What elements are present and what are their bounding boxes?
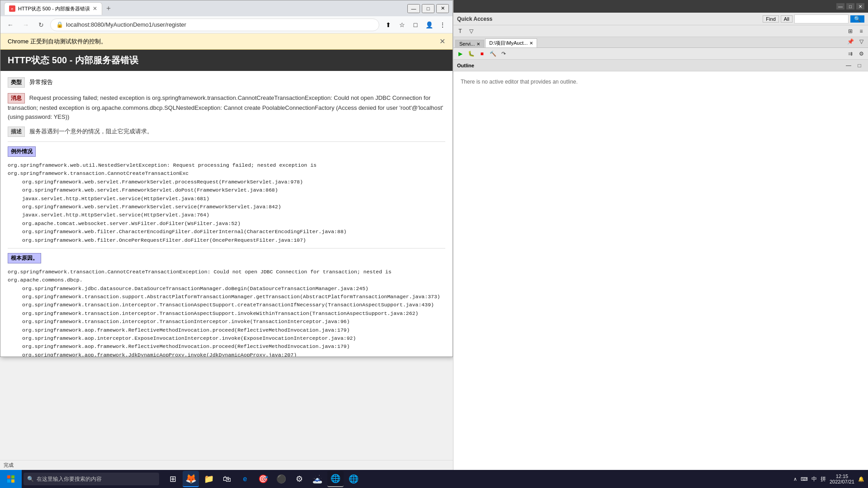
outline-area: Outline — □ There is no active editor th… (453, 60, 868, 470)
browser-content[interactable]: HTTP状态 500 - 内部服务器错误 类型 异常报告 消息 Request … (0, 50, 453, 357)
ide-tab-pin-btn[interactable]: 📌 (845, 37, 855, 47)
ide-close-button[interactable]: ✕ (856, 3, 864, 9)
tab-close-button[interactable]: ✕ (93, 5, 97, 12)
taskview-button[interactable]: ⊞ (165, 471, 181, 487)
ide-step-btn[interactable]: ↷ (499, 49, 509, 59)
outline-collapse-btn[interactable]: — (844, 61, 854, 70)
tray-time: 12:15 (836, 474, 849, 479)
settings-icon[interactable]: ⚙ (291, 471, 307, 487)
browser-status-bar: 完成 (0, 460, 453, 470)
ide-tab-2[interactable]: D:\项目\MyAuct... ✕ (485, 38, 537, 47)
ide-tab-1-close[interactable]: ✕ (476, 42, 480, 47)
ide-toolbar-right: ⊞ ≡ (845, 26, 866, 36)
find-button[interactable]: Find (763, 15, 778, 23)
share-icon[interactable]: ⬆ (382, 19, 395, 31)
ide-build-btn[interactable]: 🔨 (488, 49, 498, 59)
root-label: 根本原因。 (8, 253, 41, 263)
taskbar-app-icons: ⊞ 🦊 📁 🛍 e 🎯 ⚫ ⚙ 🗻 🌐 🌐 (165, 471, 362, 487)
svg-rect-0 (7, 475, 10, 479)
ide-tab-2-close[interactable]: ✕ (529, 41, 533, 46)
ide-run-btn[interactable]: ▶ (455, 49, 465, 59)
msg-label: 消息 (8, 93, 25, 103)
file-explorer-icon[interactable]: 📁 (201, 471, 217, 487)
ide-tab-controls: 📌 ▽ (845, 37, 866, 47)
back-button[interactable]: ← (4, 19, 17, 31)
root-line-5: org.springframework.transaction.intercep… (8, 318, 445, 326)
maximize-button[interactable]: □ (422, 4, 434, 13)
ide-option-btn[interactable]: ≡ (856, 26, 866, 36)
ide-tb-btn-2[interactable]: ▽ (466, 26, 476, 36)
ide-debug-btn[interactable]: 🐛 (466, 49, 476, 59)
outline-content: There is no active editor that provides … (453, 71, 868, 470)
outline-expand-btn[interactable]: □ (854, 61, 864, 70)
root-line-6: org.springframework.aop.framework.Reflec… (8, 326, 445, 334)
ide-minimize-button[interactable]: — (836, 3, 844, 9)
chrome-icon-2[interactable]: 🌐 (327, 471, 344, 487)
forward-button[interactable]: → (19, 19, 32, 31)
taskbar-search[interactable]: 🔍 在这里输入你要搜索的内容 (24, 473, 159, 485)
tab-bar: e HTTP状态 500 - 内部服务器错误 ✕ ＋ (4, 0, 404, 16)
bookmark-icon[interactable]: ☆ (396, 19, 408, 31)
windows-logo-icon (7, 475, 15, 483)
root-line-9: org.springframework.aop.framework.JdkDyn… (8, 351, 445, 357)
window-controls: — □ ✕ (407, 4, 449, 13)
desc-value: 服务器遇到一个意外的情况，阻止它完成请求。 (29, 128, 153, 135)
browser-taskbar-icon[interactable]: 🦊 (183, 471, 199, 487)
chrome-icon[interactable]: ⚫ (273, 471, 289, 487)
ide-toolbar-buttons: T ▽ (455, 26, 476, 36)
account-icon[interactable]: 👤 (423, 19, 435, 31)
app-icon-2[interactable]: 🗻 (309, 471, 326, 487)
url-text: localhost:8080/MyAuctionDemo1/user/regis… (66, 21, 186, 28)
ide-tab-1-label: Servi... (459, 41, 475, 47)
stack-line-3: javax.servlet.http.HttpServlet.service(H… (8, 195, 445, 203)
root-section: 根本原因。 (0, 250, 453, 266)
search-go-button[interactable]: 🔍 (850, 15, 864, 23)
browser-tab[interactable]: e HTTP状态 500 - 内部服务器错误 ✕ (4, 2, 102, 15)
edge-icon[interactable]: e (237, 471, 253, 487)
stack-trace-1: org.springframework.web.util.NestedServl… (0, 160, 453, 246)
ide-settings-btn[interactable]: ⚙ (856, 49, 866, 59)
extension-icon[interactable]: □ (409, 19, 422, 31)
ide-titlebar: — □ ✕ (453, 0, 868, 13)
start-button[interactable] (0, 470, 22, 488)
notification-close-button[interactable]: ✕ (439, 37, 445, 46)
root-line-7: org.springframework.aop.interceptor.Expo… (8, 334, 445, 343)
ime-indicator[interactable]: 中 (811, 475, 817, 483)
root-line-8: org.springframework.aop.framework.Reflec… (8, 343, 445, 351)
store-icon[interactable]: 🛍 (219, 471, 235, 487)
root-line-0: org.springframework.transaction.CannotCr… (8, 268, 445, 285)
notification-icon[interactable]: 🔔 (858, 476, 864, 482)
address-bar[interactable]: 🔒 localhost:8080/MyAuctionDemo1/user/reg… (50, 19, 379, 31)
ide-tb-btn-1[interactable]: T (455, 26, 465, 36)
desc-section: 描述 服务器遇到一个意外的情况，阻止它完成请求。 (0, 124, 453, 140)
stack-line-0: org.springframework.web.util.NestedServl… (8, 161, 445, 178)
tray-up-arrow[interactable]: ∧ (793, 476, 797, 482)
minimize-button[interactable]: — (407, 4, 420, 13)
status-text: 完成 (4, 462, 14, 469)
svg-rect-2 (7, 479, 10, 483)
tray-clock[interactable]: 12:15 2022/07/21 (830, 474, 854, 484)
quick-access-label: Quick Access (457, 16, 492, 22)
ide-view-btn[interactable]: ⊞ (845, 26, 855, 36)
ide-nav-btn[interactable]: ⇉ (845, 49, 855, 59)
menu-icon[interactable]: ⋮ (436, 19, 449, 31)
separator1 (8, 141, 445, 142)
keyboard-icon[interactable]: ⌨ (801, 476, 808, 482)
quick-access-search[interactable] (794, 14, 849, 23)
outline-controls: — □ (844, 61, 864, 70)
reload-button[interactable]: ↻ (35, 19, 47, 31)
tab-title: HTTP状态 500 - 内部服务器错误 (18, 5, 90, 12)
app-icon-1[interactable]: 🎯 (255, 471, 271, 487)
outline-message: There is no active editor that provides … (461, 79, 578, 85)
new-tab-button[interactable]: ＋ (105, 4, 112, 13)
ide-tab-dropdown-btn[interactable]: ▽ (856, 37, 866, 47)
ide-tab-1[interactable]: Servi... ✕ (455, 40, 484, 47)
stack-line-8: org.springframework.web.filter.OncePerRe… (8, 236, 445, 244)
chrome-icon-3[interactable]: 🌐 (345, 471, 362, 487)
ide-stop-btn[interactable]: ■ (477, 49, 487, 59)
ide-maximize-button[interactable]: □ (846, 3, 854, 9)
separator2 (8, 248, 445, 249)
all-button[interactable]: All (781, 15, 793, 23)
ime-mode[interactable]: 拼 (821, 475, 826, 483)
close-button[interactable]: ✕ (436, 4, 449, 13)
